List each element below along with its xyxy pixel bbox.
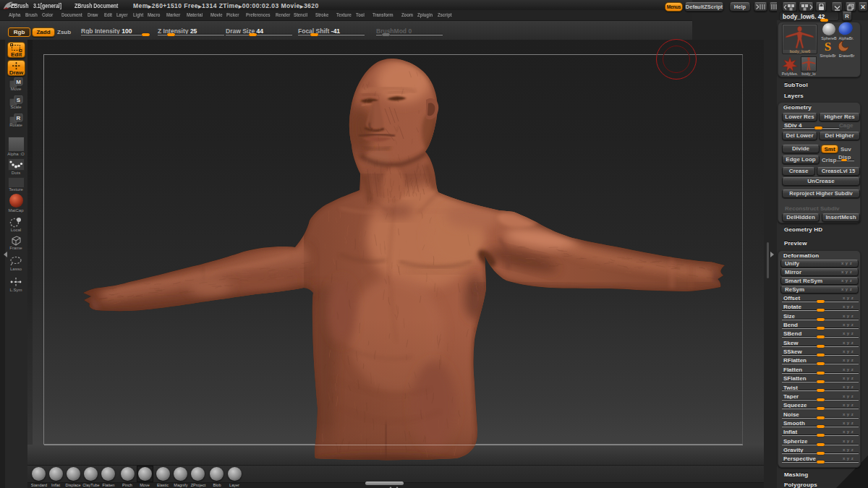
svg-text:M: M (16, 79, 21, 85)
svg-text:S: S (825, 40, 831, 53)
svg-text:R: R (17, 115, 21, 121)
svg-text:S: S (17, 97, 21, 103)
